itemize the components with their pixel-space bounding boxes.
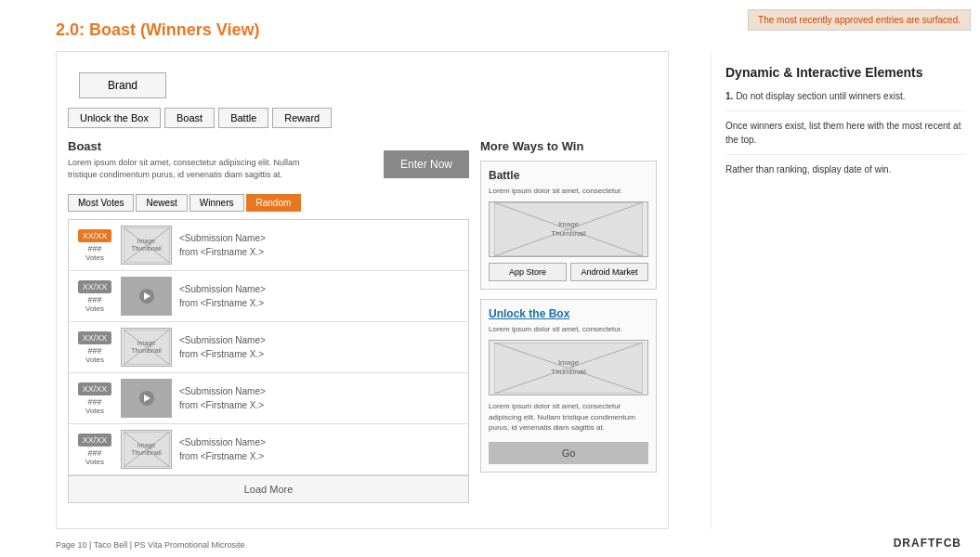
boast-description: Lorem ipsum dolor sit amet, consectetur … [68,157,309,180]
footer-info: Page 10 | Taco Bell | PS Vita Promotiona… [56,540,244,550]
android-market-button[interactable]: Android Market [570,263,648,281]
tab-reward[interactable]: Reward [272,108,332,128]
table-row: XX/XX ### Votes ImageThumbnail <Submi [69,322,468,373]
submission-name: <Submission Name> [179,333,266,347]
submitter-name: from <Firstname X.> [179,347,266,361]
sidebar-num-1: 1. [725,91,736,101]
submitter-name: from <Firstname X.> [179,449,266,463]
image-thumbnail: ImageThumbnail [121,328,172,367]
entry-badge: XX/XX [78,434,112,447]
vote-section: XX/XX ### Votes [76,229,113,262]
vote-count: ### [87,346,101,356]
sidebar-panel: Dynamic & Interactive Elements 1. Do not… [711,51,980,529]
play-triangle [144,395,150,402]
vote-section: XX/XX ### Votes [76,280,113,313]
vote-section: XX/XX ### Votes [76,434,113,466]
unlock-box-image-thumbnail: ImageThumbnail [489,340,648,395]
filter-newest[interactable]: Newest [136,194,187,212]
entry-badge: XX/XX [78,280,112,293]
filter-tabs: Most Votes Newest Winners Random [68,194,469,212]
table-row: XX/XX ### Votes <Submission Name> from <… [69,271,468,322]
entry-badge: XX/XX [78,229,112,242]
submission-name: <Submission Name> [179,231,266,245]
sidebar-item-3: Rather than ranking, display date of win… [725,162,966,176]
image-thumbnail: ImageThumbnail [121,226,172,265]
sidebar-item-1: 1. Do not display section until winners … [725,89,966,103]
left-panel: Boast Lorem ipsum dolor sit amet, consec… [68,139,469,503]
sidebar-divider-1 [725,110,966,111]
app-store-button[interactable]: App Store [489,263,567,281]
play-triangle [144,292,150,300]
submission-info: <Submission Name> from <Firstname X.> [179,333,266,361]
filter-most-votes[interactable]: Most Votes [68,194,134,212]
battle-widget-title: Battle [489,169,648,182]
vote-label: Votes [85,253,104,262]
tab-battle[interactable]: Battle [218,108,268,128]
page-title: 2.0: Boast (Winners View) [56,20,260,40]
sidebar-item-2: Once winners exist, list them here with … [725,119,966,147]
vote-section: XX/XX ### Votes [76,382,113,415]
sidebar-title: Dynamic & Interactive Elements [725,65,966,80]
tab-boast[interactable]: Boast [164,108,215,128]
submission-name: <Submission Name> [179,435,266,449]
unlock-box-link[interactable]: Unlock the Box [489,307,648,320]
unlock-box-desc: Lorem ipsum dolor sit amet, consectetur. [489,324,648,334]
widget-buttons: App Store Android Market [489,263,648,281]
filter-random[interactable]: Random [246,194,302,212]
unlock-box-long-desc: Lorem ipsum dolor sit amet, consectetur … [489,401,648,433]
submission-info: <Submission Name> from <Firstname X.> [179,384,266,412]
table-row: XX/XX ### Votes <Submission Name> from <… [69,373,468,424]
battle-widget-desc: Lorem ipsum dolor sit amet, consectetur. [489,186,648,196]
vote-label: Votes [85,356,104,364]
table-row: XX/XX ### Votes ImageThumbnail <Submi [69,424,468,475]
submission-info: <Submission Name> from <Firstname X.> [179,282,266,310]
load-more-button[interactable]: Load More [69,475,468,502]
footer-brand: DRAFTFCB [894,537,961,550]
vote-count: ### [87,244,101,253]
battle-widget: Battle Lorem ipsum dolor sit amet, conse… [480,161,657,290]
submission-name: <Submission Name> [179,282,266,296]
sidebar-text-1: Do not display section until winners exi… [736,91,905,101]
sidebar-divider-2 [725,154,966,155]
sidebar-text-2: Once winners exist, list them here with … [725,121,960,145]
filter-winners[interactable]: Winners [189,194,244,212]
submitter-name: from <Firstname X.> [179,245,266,259]
entry-badge: XX/XX [78,331,112,344]
vote-count: ### [87,448,101,458]
notice-bar: The most recently approved entries are s… [748,9,971,31]
entries-container: XX/XX ### Votes ImageThumbnail <Submi [68,219,469,503]
submitter-name: from <Firstname X.> [179,296,266,310]
nav-tabs: Unlock the Box Boast Battle Reward [68,108,657,128]
notice-text: The most recently approved entries are s… [758,15,960,25]
sidebar-text-3: Rather than ranking, display date of win… [725,164,891,175]
table-row: XX/XX ### Votes ImageThumbnail <Submi [69,220,468,271]
play-icon [139,289,154,304]
submission-info: <Submission Name> from <Firstname X.> [179,435,266,463]
video-thumbnail [121,379,172,418]
unlock-box-widget: Unlock the Box Lorem ipsum dolor sit ame… [480,299,657,473]
vote-section: XX/XX ### Votes [76,331,113,364]
submission-info: <Submission Name> from <Firstname X.> [179,231,266,259]
battle-image-thumbnail: ImageThumbnail [489,201,648,257]
tab-unlock-the-box[interactable]: Unlock the Box [68,108,161,128]
submission-name: <Submission Name> [179,384,266,398]
image-thumbnail: ImageThumbnail [121,430,172,469]
main-content-area: Brand Unlock the Box Boast Battle Reward… [56,51,669,529]
vote-count: ### [87,295,101,304]
enter-now-button[interactable]: Enter Now [384,150,469,178]
video-thumbnail [121,277,172,316]
right-panel: More Ways to Win Battle Lorem ipsum dolo… [480,139,657,503]
entry-badge: XX/XX [78,382,112,395]
vote-label: Votes [85,458,104,466]
vote-label: Votes [85,407,104,415]
vote-count: ### [87,397,101,407]
play-icon [139,391,154,406]
submitter-name: from <Firstname X.> [179,398,266,412]
vote-label: Votes [85,304,104,313]
go-button[interactable]: Go [489,442,648,464]
brand-button[interactable]: Brand [79,72,166,98]
more-ways-title: More Ways to Win [480,139,657,153]
content-area: Boast Lorem ipsum dolor sit amet, consec… [57,139,668,503]
